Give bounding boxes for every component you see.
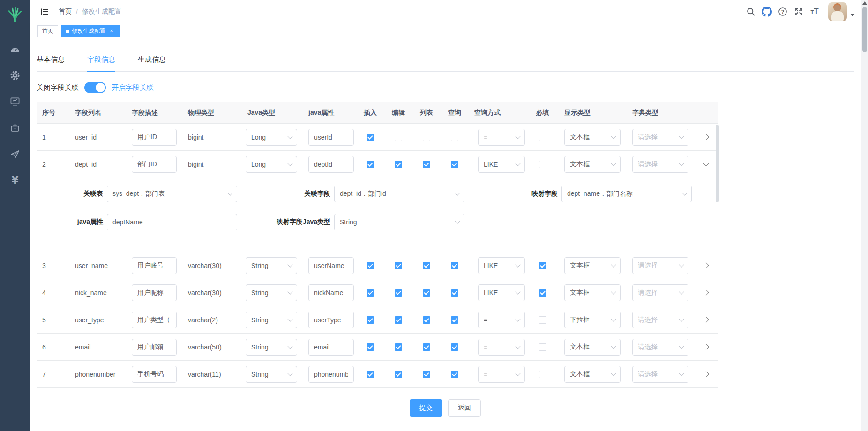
assoc-table-select[interactable]: sys_dept：部门表 — [107, 186, 237, 202]
query-checkbox[interactable] — [451, 316, 458, 324]
breadcrumb-home[interactable]: 首页 — [59, 7, 72, 16]
dict-type-select[interactable]: 请选择 — [632, 156, 688, 173]
java-attr-input[interactable] — [308, 284, 354, 301]
assoc-field-select[interactable]: dept_id：部门id — [334, 186, 464, 202]
query-checkbox[interactable] — [451, 343, 458, 351]
query-checkbox[interactable] — [451, 134, 458, 141]
field-desc-input[interactable] — [132, 257, 177, 274]
java-attr-input[interactable] — [308, 312, 354, 328]
row-expand-chevron[interactable] — [703, 317, 709, 323]
display-type-select[interactable]: 文本框 — [564, 257, 621, 274]
insert-checkbox[interactable] — [367, 371, 374, 378]
field-desc-input[interactable] — [132, 312, 177, 328]
dict-type-select[interactable]: 请选择 — [632, 129, 688, 146]
sidebar-item-job[interactable] — [0, 141, 30, 167]
tab-field-info[interactable]: 字段信息 — [87, 50, 115, 71]
dict-type-select[interactable]: 请选择 — [632, 284, 688, 301]
list-checkbox[interactable] — [423, 343, 430, 351]
edit-checkbox[interactable] — [395, 161, 402, 168]
page-scrollbar[interactable] — [861, 0, 868, 431]
search-button[interactable] — [743, 4, 759, 20]
insert-checkbox[interactable] — [367, 316, 374, 324]
submit-button[interactable]: 提交 — [410, 399, 442, 417]
help-button[interactable]: ? — [775, 4, 791, 20]
java-type-select[interactable]: String — [246, 257, 297, 274]
insert-checkbox[interactable] — [367, 262, 374, 269]
row-expand-chevron[interactable] — [703, 344, 709, 350]
java-attr-input[interactable] — [308, 339, 354, 356]
java-type-select[interactable]: Long — [246, 129, 297, 146]
list-checkbox[interactable] — [423, 289, 430, 297]
required-checkbox[interactable] — [539, 262, 546, 269]
tag-close-icon[interactable]: × — [108, 28, 115, 35]
dict-type-select[interactable]: 请选择 — [632, 366, 688, 383]
field-desc-input[interactable] — [132, 129, 177, 146]
field-desc-input[interactable] — [132, 339, 177, 356]
scrollbar-up-arrow-icon[interactable] — [862, 1, 867, 5]
java-attr-input[interactable] — [308, 156, 354, 173]
query-method-select[interactable]: = — [478, 366, 525, 383]
font-size-button[interactable]: TT — [807, 4, 823, 20]
logo[interactable] — [7, 6, 23, 25]
query-method-select[interactable]: = — [478, 129, 525, 146]
tab-generate-info[interactable]: 生成信息 — [138, 50, 166, 71]
dict-type-select[interactable]: 请选择 — [632, 257, 688, 274]
required-checkbox[interactable] — [539, 316, 546, 324]
sidebar-fold-button[interactable] — [37, 5, 52, 18]
edit-checkbox[interactable] — [395, 262, 402, 269]
table-vertical-scrollbar[interactable] — [716, 125, 719, 202]
display-type-select[interactable]: 文本框 — [564, 339, 621, 356]
tag-current-page[interactable]: 修改生成配置 × — [61, 25, 120, 37]
java-attr-input[interactable] — [308, 366, 354, 383]
display-type-select[interactable]: 文本框 — [564, 129, 621, 146]
query-method-select[interactable]: LIKE — [478, 257, 525, 274]
query-checkbox[interactable] — [451, 262, 458, 269]
query-method-select[interactable]: = — [478, 339, 525, 356]
dict-type-select[interactable]: 请选择 — [632, 339, 688, 356]
list-checkbox[interactable] — [423, 161, 430, 168]
back-button[interactable]: 返回 — [448, 399, 481, 417]
sidebar-item-pay[interactable]: ¥ — [0, 167, 30, 193]
insert-checkbox[interactable] — [367, 289, 374, 297]
java-type-select[interactable]: String — [246, 366, 297, 383]
list-checkbox[interactable] — [423, 316, 430, 324]
user-menu[interactable] — [828, 2, 855, 21]
field-relation-switch[interactable] — [84, 82, 106, 93]
java-type-select[interactable]: String — [246, 312, 297, 328]
required-checkbox[interactable] — [539, 161, 546, 168]
edit-checkbox[interactable] — [395, 371, 402, 378]
edit-checkbox[interactable] — [395, 134, 402, 141]
sidebar-item-monitor[interactable] — [0, 89, 30, 115]
map-java-type-select[interactable]: String — [334, 214, 464, 230]
sidebar-item-system[interactable] — [0, 62, 30, 89]
dict-type-select[interactable]: 请选择 — [632, 312, 688, 328]
field-desc-input[interactable] — [132, 366, 177, 383]
sidebar-item-tool[interactable] — [0, 115, 30, 141]
query-method-select[interactable]: LIKE — [478, 284, 525, 301]
insert-checkbox[interactable] — [367, 343, 374, 351]
list-checkbox[interactable] — [423, 371, 430, 378]
query-checkbox[interactable] — [451, 289, 458, 297]
java-type-select[interactable]: String — [246, 339, 297, 356]
insert-checkbox[interactable] — [367, 161, 374, 168]
required-checkbox[interactable] — [539, 371, 546, 378]
tab-basic-info[interactable]: 基本信息 — [37, 50, 65, 71]
required-checkbox[interactable] — [539, 134, 546, 141]
java-attr-input[interactable] — [308, 129, 354, 146]
query-checkbox[interactable] — [451, 371, 458, 378]
row-expand-chevron[interactable] — [703, 290, 709, 296]
map-field-select[interactable]: dept_name：部门名称 — [561, 186, 692, 202]
sidebar-item-dashboard[interactable] — [0, 36, 30, 62]
display-type-select[interactable]: 文本框 — [564, 284, 621, 301]
page-scrollbar-thumb[interactable] — [862, 7, 867, 52]
java-type-select[interactable]: Long — [246, 156, 297, 173]
list-checkbox[interactable] — [423, 134, 430, 141]
query-checkbox[interactable] — [451, 161, 458, 168]
field-desc-input[interactable] — [132, 284, 177, 301]
java-type-select[interactable]: String — [246, 284, 297, 301]
query-method-select[interactable]: = — [478, 312, 525, 328]
github-link[interactable] — [759, 4, 775, 20]
query-method-select[interactable]: LIKE — [478, 156, 525, 173]
required-checkbox[interactable] — [539, 289, 546, 297]
field-desc-input[interactable] — [132, 156, 177, 173]
